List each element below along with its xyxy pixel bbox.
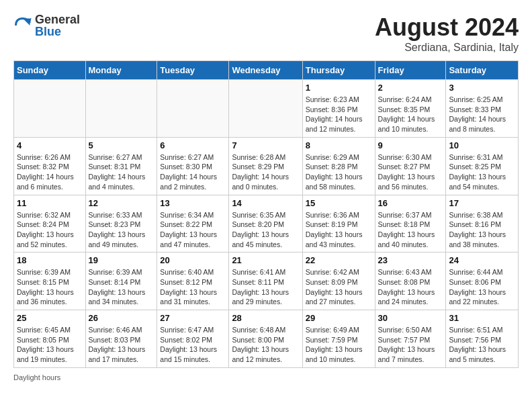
calendar-cell: 10Sunrise: 6:31 AM Sunset: 8:25 PM Dayli… bbox=[446, 137, 519, 195]
day-info: Sunrise: 6:29 AM Sunset: 8:28 PM Dayligh… bbox=[306, 152, 372, 192]
calendar-week-4: 25Sunrise: 6:45 AM Sunset: 8:05 PM Dayli… bbox=[14, 310, 519, 368]
day-number: 2 bbox=[378, 83, 443, 93]
logo-blue: Blue bbox=[35, 26, 80, 38]
day-info: Sunrise: 6:32 AM Sunset: 8:24 PM Dayligh… bbox=[17, 210, 83, 250]
calendar-cell bbox=[157, 80, 229, 138]
day-info: Sunrise: 6:38 AM Sunset: 8:16 PM Dayligh… bbox=[449, 210, 515, 250]
day-number: 3 bbox=[449, 83, 515, 93]
calendar-cell: 23Sunrise: 6:43 AM Sunset: 8:08 PM Dayli… bbox=[375, 253, 446, 310]
day-number: 30 bbox=[378, 313, 443, 323]
day-info: Sunrise: 6:49 AM Sunset: 7:59 PM Dayligh… bbox=[306, 325, 372, 365]
day-number: 4 bbox=[17, 140, 83, 150]
day-info: Sunrise: 6:25 AM Sunset: 8:33 PM Dayligh… bbox=[449, 95, 515, 134]
calendar-cell bbox=[229, 80, 302, 138]
calendar-cell: 15Sunrise: 6:36 AM Sunset: 8:19 PM Dayli… bbox=[302, 195, 375, 253]
day-number: 5 bbox=[89, 140, 154, 150]
calendar-cell: 19Sunrise: 6:39 AM Sunset: 8:14 PM Dayli… bbox=[85, 253, 157, 310]
calendar-header-sunday: Sunday bbox=[14, 61, 86, 80]
day-info: Sunrise: 6:35 AM Sunset: 8:20 PM Dayligh… bbox=[232, 210, 299, 250]
day-info: Sunrise: 6:44 AM Sunset: 8:06 PM Dayligh… bbox=[449, 267, 515, 307]
day-number: 16 bbox=[378, 198, 443, 208]
day-info: Sunrise: 6:51 AM Sunset: 7:56 PM Dayligh… bbox=[449, 325, 515, 365]
calendar-cell: 25Sunrise: 6:45 AM Sunset: 8:05 PM Dayli… bbox=[14, 310, 86, 368]
calendar-header-tuesday: Tuesday bbox=[157, 61, 229, 80]
day-number: 9 bbox=[378, 140, 443, 150]
day-number: 28 bbox=[232, 313, 299, 323]
month-year-title: August 2024 bbox=[375, 13, 519, 42]
day-number: 26 bbox=[89, 313, 154, 323]
day-number: 14 bbox=[232, 198, 299, 208]
calendar-cell: 8Sunrise: 6:29 AM Sunset: 8:28 PM Daylig… bbox=[302, 137, 375, 195]
calendar-cell: 24Sunrise: 6:44 AM Sunset: 8:06 PM Dayli… bbox=[446, 253, 519, 310]
day-number: 18 bbox=[17, 255, 83, 265]
day-number: 13 bbox=[160, 198, 226, 208]
day-info: Sunrise: 6:23 AM Sunset: 8:36 PM Dayligh… bbox=[306, 95, 372, 134]
calendar-week-1: 4Sunrise: 6:26 AM Sunset: 8:32 PM Daylig… bbox=[14, 137, 519, 195]
calendar-cell: 5Sunrise: 6:27 AM Sunset: 8:31 PM Daylig… bbox=[85, 137, 157, 195]
footer-note: Daylight hours bbox=[13, 373, 519, 381]
calendar-cell: 22Sunrise: 6:42 AM Sunset: 8:09 PM Dayli… bbox=[302, 253, 375, 310]
day-number: 20 bbox=[160, 255, 226, 265]
calendar-cell: 13Sunrise: 6:34 AM Sunset: 8:22 PM Dayli… bbox=[157, 195, 229, 253]
day-info: Sunrise: 6:27 AM Sunset: 8:31 PM Dayligh… bbox=[89, 152, 154, 192]
logo-text: General Blue bbox=[35, 13, 80, 38]
calendar-cell: 12Sunrise: 6:33 AM Sunset: 8:23 PM Dayli… bbox=[85, 195, 157, 253]
calendar-cell: 1Sunrise: 6:23 AM Sunset: 8:36 PM Daylig… bbox=[302, 80, 375, 138]
day-info: Sunrise: 6:27 AM Sunset: 8:30 PM Dayligh… bbox=[160, 152, 226, 192]
day-number: 19 bbox=[89, 255, 154, 265]
day-info: Sunrise: 6:24 AM Sunset: 8:35 PM Dayligh… bbox=[378, 95, 443, 134]
day-number: 25 bbox=[17, 313, 83, 323]
calendar-cell: 7Sunrise: 6:28 AM Sunset: 8:29 PM Daylig… bbox=[229, 137, 302, 195]
calendar-week-2: 11Sunrise: 6:32 AM Sunset: 8:24 PM Dayli… bbox=[14, 195, 519, 253]
day-number: 1 bbox=[306, 83, 372, 93]
calendar-cell: 9Sunrise: 6:30 AM Sunset: 8:27 PM Daylig… bbox=[375, 137, 446, 195]
day-info: Sunrise: 6:40 AM Sunset: 8:12 PM Dayligh… bbox=[160, 267, 226, 307]
day-info: Sunrise: 6:28 AM Sunset: 8:29 PM Dayligh… bbox=[232, 152, 299, 192]
day-info: Sunrise: 6:39 AM Sunset: 8:14 PM Dayligh… bbox=[89, 267, 154, 307]
day-info: Sunrise: 6:31 AM Sunset: 8:25 PM Dayligh… bbox=[449, 152, 515, 192]
logo: General Blue bbox=[13, 13, 80, 38]
page-header: General Blue August 2024 Serdiana, Sardi… bbox=[13, 13, 519, 54]
calendar-header-monday: Monday bbox=[85, 61, 157, 80]
calendar-table: SundayMondayTuesdayWednesdayThursdayFrid… bbox=[13, 60, 519, 368]
calendar-cell: 18Sunrise: 6:39 AM Sunset: 8:15 PM Dayli… bbox=[14, 253, 86, 310]
calendar-cell: 30Sunrise: 6:50 AM Sunset: 7:57 PM Dayli… bbox=[375, 310, 446, 368]
day-info: Sunrise: 6:37 AM Sunset: 8:18 PM Dayligh… bbox=[378, 210, 443, 250]
calendar-header-thursday: Thursday bbox=[302, 61, 375, 80]
day-number: 17 bbox=[449, 198, 515, 208]
day-number: 23 bbox=[378, 255, 443, 265]
calendar-cell: 26Sunrise: 6:46 AM Sunset: 8:03 PM Dayli… bbox=[85, 310, 157, 368]
day-number: 12 bbox=[89, 198, 154, 208]
day-info: Sunrise: 6:26 AM Sunset: 8:32 PM Dayligh… bbox=[17, 152, 83, 192]
calendar-header-friday: Friday bbox=[375, 61, 446, 80]
calendar-cell: 16Sunrise: 6:37 AM Sunset: 8:18 PM Dayli… bbox=[375, 195, 446, 253]
daylight-hours-label: Daylight hours bbox=[13, 373, 60, 381]
day-info: Sunrise: 6:30 AM Sunset: 8:27 PM Dayligh… bbox=[378, 152, 443, 192]
day-number: 11 bbox=[17, 198, 83, 208]
calendar-cell bbox=[85, 80, 157, 138]
day-number: 29 bbox=[306, 313, 372, 323]
day-info: Sunrise: 6:42 AM Sunset: 8:09 PM Dayligh… bbox=[306, 267, 372, 307]
calendar-cell: 17Sunrise: 6:38 AM Sunset: 8:16 PM Dayli… bbox=[446, 195, 519, 253]
calendar-cell: 29Sunrise: 6:49 AM Sunset: 7:59 PM Dayli… bbox=[302, 310, 375, 368]
day-number: 27 bbox=[160, 313, 226, 323]
day-number: 24 bbox=[449, 255, 515, 265]
logo-icon bbox=[13, 16, 32, 35]
day-number: 15 bbox=[306, 198, 372, 208]
calendar-week-3: 18Sunrise: 6:39 AM Sunset: 8:15 PM Dayli… bbox=[14, 253, 519, 310]
title-section: August 2024 Serdiana, Sardinia, Italy bbox=[375, 13, 519, 54]
day-info: Sunrise: 6:46 AM Sunset: 8:03 PM Dayligh… bbox=[89, 325, 154, 365]
calendar-cell: 2Sunrise: 6:24 AM Sunset: 8:35 PM Daylig… bbox=[375, 80, 446, 138]
calendar-header-wednesday: Wednesday bbox=[229, 61, 302, 80]
calendar-cell bbox=[14, 80, 86, 138]
day-info: Sunrise: 6:36 AM Sunset: 8:19 PM Dayligh… bbox=[306, 210, 372, 250]
day-number: 7 bbox=[232, 140, 299, 150]
day-info: Sunrise: 6:50 AM Sunset: 7:57 PM Dayligh… bbox=[378, 325, 443, 365]
day-info: Sunrise: 6:34 AM Sunset: 8:22 PM Dayligh… bbox=[160, 210, 226, 250]
calendar-cell: 20Sunrise: 6:40 AM Sunset: 8:12 PM Dayli… bbox=[157, 253, 229, 310]
calendar-header-saturday: Saturday bbox=[446, 61, 519, 80]
day-info: Sunrise: 6:48 AM Sunset: 8:00 PM Dayligh… bbox=[232, 325, 299, 365]
calendar-cell: 11Sunrise: 6:32 AM Sunset: 8:24 PM Dayli… bbox=[14, 195, 86, 253]
calendar-cell: 4Sunrise: 6:26 AM Sunset: 8:32 PM Daylig… bbox=[14, 137, 86, 195]
day-number: 10 bbox=[449, 140, 515, 150]
